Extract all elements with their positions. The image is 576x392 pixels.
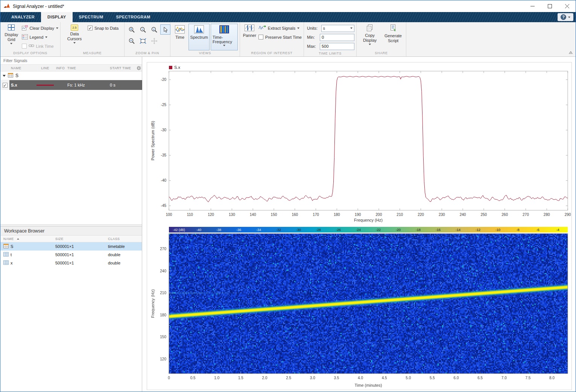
max-time-input[interactable] bbox=[320, 43, 354, 50]
spectrum-ylabel: Power Spectrum (dB) bbox=[150, 121, 155, 160]
svg-text:100: 100 bbox=[166, 213, 172, 217]
extract-signals-label: Extract Signals bbox=[268, 26, 295, 30]
snap-to-data-checkbox[interactable]: ✓ Snap to Data bbox=[88, 24, 119, 32]
legend-button[interactable]: Legend bbox=[22, 33, 58, 41]
close-button[interactable] bbox=[558, 0, 576, 12]
svg-text:6.0: 6.0 bbox=[454, 376, 459, 380]
svg-text:2.0: 2.0 bbox=[262, 376, 267, 380]
signal-row-sx[interactable]: ✓ S.x Fs: 1 kHz 0 s bbox=[0, 80, 142, 90]
section-share: Copy Display Generate Script SHARE bbox=[357, 22, 406, 56]
time-frequency-view-label: Time-Frequency bbox=[213, 35, 236, 44]
spectrum-view-button[interactable]: Spectrum bbox=[188, 24, 210, 50]
toolstrip-tabbar: ANALYZER DISPLAY SPECTRUM SPECTROGRAM ? bbox=[0, 12, 576, 22]
column-name[interactable]: NAME bbox=[9, 66, 34, 70]
generate-script-button[interactable]: Generate Script bbox=[382, 24, 404, 50]
signal-name: S.x bbox=[9, 80, 34, 90]
svg-text:3.5: 3.5 bbox=[334, 376, 339, 380]
snap-to-data-label: Snap to Data bbox=[94, 26, 119, 30]
chevron-down-icon bbox=[223, 45, 225, 46]
column-start-time[interactable]: START TIME bbox=[109, 66, 135, 70]
clear-display-label: Clear Display bbox=[30, 26, 54, 30]
section-display-options: Display Grid Clear Display bbox=[0, 22, 61, 56]
pan-button[interactable] bbox=[149, 36, 159, 46]
display-grid-button[interactable]: Display Grid bbox=[2, 24, 21, 50]
extract-signals-button[interactable]: Extract Signals bbox=[258, 24, 302, 32]
link-time-checkbox[interactable]: Link Time bbox=[22, 42, 58, 50]
spectrogram-plot[interactable]: -42 (dB)-40-38-36-34-32-30-28-26-24-22-2… bbox=[147, 225, 572, 389]
svg-text:170: 170 bbox=[313, 213, 319, 217]
workspace-column-size[interactable]: SIZE bbox=[53, 237, 106, 241]
legend-color-swatch bbox=[169, 66, 172, 69]
colorbar-tick-label: -10 bbox=[495, 228, 500, 232]
pan-icon bbox=[151, 38, 158, 44]
preserve-start-time-checkbox[interactable]: Preserve Start Time bbox=[258, 33, 302, 41]
tab-analyzer[interactable]: ANALYZER bbox=[5, 12, 41, 22]
zoom-out-button[interactable] bbox=[126, 36, 137, 46]
chevron-down-icon bbox=[56, 27, 58, 29]
tab-spectrum[interactable]: SPECTRUM bbox=[73, 12, 110, 22]
min-time-input[interactable] bbox=[320, 34, 354, 41]
spectrogram-image[interactable] bbox=[169, 234, 568, 374]
maximize-button[interactable] bbox=[541, 0, 558, 12]
time-view-button[interactable]: Time bbox=[172, 24, 187, 50]
workspace-row-S[interactable]: S 500001×1 timetable bbox=[0, 242, 142, 251]
copy-display-button[interactable]: Copy Display bbox=[359, 24, 381, 50]
workspace-column-name[interactable]: NAME bbox=[0, 237, 53, 241]
signal-group-row[interactable]: S bbox=[0, 71, 142, 80]
workspace-row-t[interactable]: t 500001×1 double bbox=[0, 251, 142, 259]
signal-sample-rate: Fs: 1 kHz bbox=[66, 80, 109, 90]
svg-text:180: 180 bbox=[160, 313, 166, 317]
section-views: Time Spectrum Time-Frequency VIEWS bbox=[170, 22, 240, 56]
tab-display[interactable]: DISPLAY bbox=[41, 12, 72, 22]
chevron-down-icon bbox=[369, 44, 371, 45]
power-spectrum-plot[interactable]: S.x 100110120130140150160170180190200210… bbox=[147, 62, 572, 225]
svg-text:240: 240 bbox=[460, 213, 466, 217]
units-value: s bbox=[323, 26, 325, 30]
time-frequency-view-icon bbox=[219, 25, 229, 34]
section-label: MEASURE bbox=[61, 50, 124, 56]
colorbar-tick-label: -20 bbox=[396, 228, 401, 232]
chevron-down-icon bbox=[568, 17, 570, 18]
column-line[interactable]: LINE bbox=[34, 66, 56, 70]
colorbar-tick-label: -16 bbox=[436, 228, 441, 232]
window-controls bbox=[524, 0, 576, 12]
pointer-tool-button[interactable] bbox=[160, 24, 170, 35]
svg-text:120: 120 bbox=[160, 357, 166, 361]
workspace-browser: Workspace Browser NAME SIZE CLASS S 5000… bbox=[0, 226, 142, 392]
workspace-row-x[interactable]: x 500001×1 double bbox=[0, 259, 142, 267]
data-cursors-button[interactable]: 2.5 Data Cursors bbox=[62, 24, 87, 50]
time-frequency-view-button[interactable]: Time-Frequency bbox=[211, 24, 238, 50]
table-settings-button[interactable] bbox=[135, 66, 142, 70]
workspace-column-class[interactable]: CLASS bbox=[106, 237, 142, 241]
zoom-x-icon: x bbox=[140, 26, 146, 33]
colorbar-tick-label: -42 (dB) bbox=[173, 228, 185, 232]
panner-button[interactable]: Panner bbox=[242, 24, 257, 50]
signal-start-time: 0 s bbox=[109, 80, 135, 90]
panner-icon bbox=[245, 24, 254, 32]
collapse-triangle-icon[interactable] bbox=[3, 75, 6, 77]
display-panel: S.x 100110120130140150160170180190200210… bbox=[147, 62, 572, 390]
fit-to-view-button[interactable] bbox=[138, 36, 148, 46]
colorbar-tick-label: -28 bbox=[316, 228, 321, 232]
clear-display-button[interactable]: Clear Display bbox=[22, 24, 58, 32]
power-spectrum-axes[interactable]: 1001101201301401501601701801902002102202… bbox=[147, 62, 572, 224]
filter-signals-input[interactable] bbox=[0, 57, 142, 65]
zoom-in-y-button[interactable]: y bbox=[149, 24, 159, 35]
collapse-ribbon-button[interactable] bbox=[568, 50, 573, 55]
section-label: ZOOM & PAN bbox=[125, 50, 170, 56]
signal-visible-checkbox[interactable]: ✓ bbox=[3, 83, 8, 88]
plot-legend: S.x bbox=[169, 65, 180, 70]
column-time[interactable]: TIME bbox=[66, 66, 109, 70]
units-select[interactable]: s bbox=[321, 25, 354, 32]
colorbar-tick-label: -22 bbox=[376, 228, 381, 232]
colorbar-tick-label: -12 bbox=[476, 228, 480, 232]
minimize-button[interactable] bbox=[524, 0, 541, 12]
help-button[interactable]: ? bbox=[558, 13, 573, 21]
column-info[interactable]: INFO bbox=[56, 66, 66, 70]
tab-spectrogram[interactable]: SPECTROGRAM bbox=[109, 12, 157, 22]
zoom-in-icon bbox=[128, 26, 135, 33]
svg-text:4.5: 4.5 bbox=[382, 376, 387, 380]
chevron-down-icon bbox=[45, 36, 47, 38]
zoom-in-button[interactable] bbox=[126, 24, 137, 35]
zoom-in-x-button[interactable]: x bbox=[138, 24, 148, 35]
